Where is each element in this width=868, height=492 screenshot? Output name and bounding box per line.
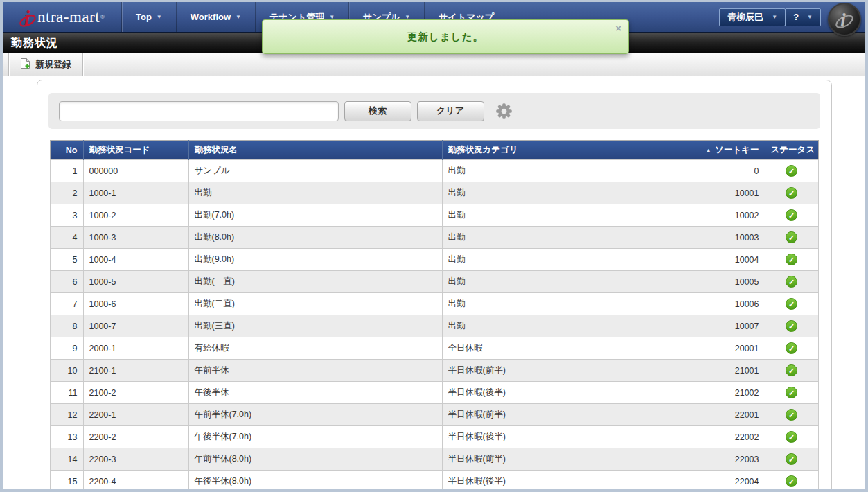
cell-category: 出勤 xyxy=(442,160,696,182)
user-menu-button[interactable]: 青柳辰巳 ▼ xyxy=(719,8,786,26)
status-cell: ✓ xyxy=(765,448,818,471)
table-row[interactable]: 102100-1午前半休半日休暇(前半)21001✓ xyxy=(50,360,818,382)
brand-logo[interactable]: i ntra-mart® xyxy=(3,2,122,32)
cell-category: 出勤 xyxy=(442,227,696,249)
table-row[interactable]: 132200-2午後半休(7.0h)半日休暇(後半)22002✓ xyxy=(50,426,818,448)
new-register-button[interactable]: 新規登録 xyxy=(9,53,82,76)
status-enabled-check-icon: ✓ xyxy=(786,209,797,221)
column-header-3[interactable]: 勤務状況カテゴリ xyxy=(442,141,696,160)
cell-name: 出勤(一直) xyxy=(188,271,442,293)
cell-code: 1000-3 xyxy=(83,227,188,249)
table-row[interactable]: 1000000サンプル出勤0✓ xyxy=(50,160,818,182)
column-header-1[interactable]: 勤務状況コード xyxy=(83,141,188,160)
status-cell: ✓ xyxy=(765,471,818,489)
table-row[interactable]: 31000-2出勤(7.0h)出勤10002✓ xyxy=(50,204,818,227)
search-button[interactable]: 検索 xyxy=(344,101,411,121)
list-container: 検索 クリア xyxy=(37,80,832,489)
cell-category: 半日休暇(後半) xyxy=(442,382,696,404)
cell-no: 3 xyxy=(50,204,83,227)
column-header-2[interactable]: 勤務状況名 xyxy=(188,141,442,160)
cell-name: 出勤(7.0h) xyxy=(188,204,442,227)
close-icon[interactable]: × xyxy=(615,23,621,33)
cell-name: 午前半休(7.0h) xyxy=(188,404,442,426)
table-row[interactable]: 122200-1午前半休(7.0h)半日休暇(前半)22001✓ xyxy=(50,404,818,426)
cell-no: 5 xyxy=(50,249,83,271)
table-row[interactable]: 41000-3出勤(8.0h)出勤10003✓ xyxy=(50,227,818,249)
table-row[interactable]: 112100-2午後半休半日休暇(後半)21002✓ xyxy=(50,382,818,404)
new-register-label: 新規登録 xyxy=(35,58,71,71)
cell-sort_key: 10005 xyxy=(696,271,765,293)
toolbar: 新規登録 xyxy=(3,53,865,76)
status-enabled-check-icon: ✓ xyxy=(786,276,797,288)
column-header-4[interactable]: ▲ソートキー xyxy=(696,141,765,160)
cell-category: 半日休暇(前半) xyxy=(442,360,696,382)
column-header-label: 勤務状況名 xyxy=(195,145,238,155)
clear-button[interactable]: クリア xyxy=(417,101,484,121)
help-menu-button[interactable]: ? ▼ xyxy=(785,8,821,26)
nav-item-1[interactable]: Workflow▼ xyxy=(177,2,256,32)
cell-name: 出勤 xyxy=(188,182,442,204)
column-header-label: 勤務状況カテゴリ xyxy=(448,145,518,155)
search-panel: 検索 クリア xyxy=(48,93,820,129)
cell-category: 半日休暇(後半) xyxy=(442,426,696,448)
column-header-0[interactable]: No xyxy=(50,141,83,160)
cell-category: 出勤 xyxy=(442,182,696,204)
status-enabled-check-icon: ✓ xyxy=(786,298,797,310)
status-enabled-check-icon: ✓ xyxy=(786,453,797,465)
status-cell: ✓ xyxy=(765,249,818,271)
table-row[interactable]: 152200-4午後半休(8.0h)半日休暇(後半)22004✓ xyxy=(50,471,818,489)
cell-no: 6 xyxy=(50,271,83,293)
cell-sort_key: 10006 xyxy=(696,293,765,315)
cell-category: 半日休暇(前半) xyxy=(442,404,696,426)
status-enabled-check-icon: ✓ xyxy=(786,431,797,443)
column-header-5[interactable]: ステータス xyxy=(765,141,818,160)
status-enabled-check-icon: ✓ xyxy=(786,320,797,332)
search-input[interactable] xyxy=(59,101,339,121)
cell-no: 7 xyxy=(50,293,83,315)
table-row[interactable]: 71000-6出勤(二直)出勤10006✓ xyxy=(50,293,818,315)
cell-code: 2100-1 xyxy=(83,360,188,382)
cell-code: 2100-2 xyxy=(83,382,188,404)
chevron-down-icon: ▼ xyxy=(236,14,241,20)
status-enabled-check-icon: ✓ xyxy=(786,409,797,421)
column-header-label: ソートキー xyxy=(715,145,759,155)
status-enabled-check-icon: ✓ xyxy=(786,165,797,177)
cell-name: 有給休暇 xyxy=(188,337,442,360)
table-row[interactable]: 81000-7出勤(三直)出勤10007✓ xyxy=(50,315,818,337)
cell-code: 1000-1 xyxy=(83,182,188,204)
cell-sort_key: 22003 xyxy=(696,448,765,471)
cell-no: 14 xyxy=(50,448,83,471)
nav-item-0[interactable]: Top▼ xyxy=(122,2,177,32)
status-cell: ✓ xyxy=(765,404,818,426)
table-row[interactable]: 61000-5出勤(一直)出勤10005✓ xyxy=(50,271,818,293)
status-enabled-check-icon: ✓ xyxy=(786,364,797,376)
table-row[interactable]: 51000-4出勤(9.0h)出勤10004✓ xyxy=(50,249,818,271)
table-row[interactable]: 142200-3午前半休(8.0h)半日休暇(前半)22003✓ xyxy=(50,448,818,471)
cell-category: 出勤 xyxy=(442,204,696,227)
cell-name: 出勤(8.0h) xyxy=(188,227,442,249)
cell-sort_key: 0 xyxy=(696,160,765,182)
cell-name: 午前半休 xyxy=(188,360,442,382)
intra-mart-sphere-icon[interactable]: i xyxy=(828,3,861,36)
settings-gear-icon[interactable] xyxy=(495,102,513,121)
cell-name: 出勤(三直) xyxy=(188,315,442,337)
cell-name: 出勤(二直) xyxy=(188,293,442,315)
cell-no: 8 xyxy=(50,315,83,337)
help-label: ? xyxy=(793,12,799,22)
notification-message: 更新しました。 xyxy=(407,30,484,44)
status-enabled-check-icon: ✓ xyxy=(786,342,797,354)
cell-code: 000000 xyxy=(83,160,188,182)
cell-sort_key: 22002 xyxy=(696,426,765,448)
cell-category: 全日休暇 xyxy=(442,337,696,360)
cell-code: 2200-2 xyxy=(83,426,188,448)
cell-sort_key: 10004 xyxy=(696,249,765,271)
cell-code: 1000-4 xyxy=(83,249,188,271)
cell-no: 9 xyxy=(50,337,83,360)
cell-category: 出勤 xyxy=(442,315,696,337)
nav-item-label: Top xyxy=(136,12,152,22)
table-row[interactable]: 21000-1出勤出勤10001✓ xyxy=(50,182,818,204)
cell-sort_key: 10001 xyxy=(696,182,765,204)
work-status-table: No勤務状況コード勤務状況名勤務状況カテゴリ▲ソートキーステータス 100000… xyxy=(50,140,819,489)
table-row[interactable]: 92000-1有給休暇全日休暇20001✓ xyxy=(50,337,818,360)
chevron-down-icon: ▼ xyxy=(157,14,162,20)
